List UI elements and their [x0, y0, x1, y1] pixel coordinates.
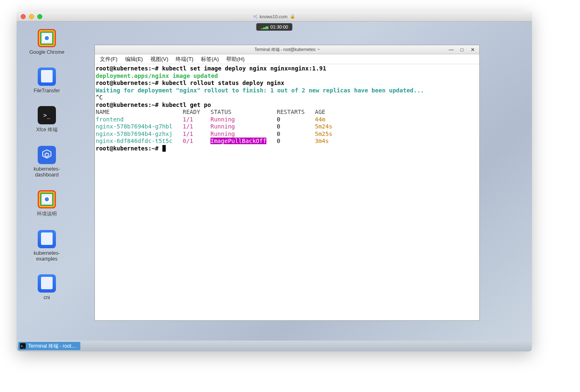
close-button[interactable] [21, 14, 26, 19]
url-text: knows10.com [260, 14, 288, 19]
desktop-icons: Google Chrome FileTransfer >_ Xfce 终端 ku… [24, 29, 70, 300]
k8s-icon [38, 146, 56, 164]
menu-terminal[interactable]: 终端(T) [172, 55, 197, 64]
lock-icon: 🔒 [290, 14, 295, 19]
timer-chip: ▁▃▅ 01:30:00 [256, 23, 292, 31]
menu-file[interactable]: 文件(F) [97, 55, 121, 64]
desktop-label: kubernetes-examples [24, 250, 70, 262]
desktop-item-cni[interactable]: cni [24, 274, 70, 300]
reader-icon: ≡¦ [254, 14, 257, 19]
desktop-item-xfce-terminal[interactable]: >_ Xfce 终端 [24, 106, 70, 133]
chrome-icon [38, 190, 56, 208]
maximize-button[interactable] [37, 14, 42, 19]
window-controls: — □ ✕ [446, 46, 478, 53]
signal-icon: ▁▃▅ [261, 25, 268, 29]
menu-edit[interactable]: 编辑(E) [122, 55, 146, 64]
desktop-item-env-readme[interactable]: 环境说明 [24, 190, 70, 218]
minimize-button[interactable] [29, 14, 34, 19]
timer-value: 01:30:00 [271, 24, 288, 29]
mac-titlebar: ≡¦ knows10.com 🔒 [17, 12, 532, 22]
browser-url-display[interactable]: ≡¦ knows10.com 🔒 [254, 14, 295, 19]
taskbar-item-terminal[interactable]: >_ Terminal 终端 - root… [18, 342, 80, 350]
desktop-item-k8s-dashboard[interactable]: kubernetes-dashboard [24, 146, 70, 178]
desktop-label: Xfce 终端 [36, 126, 57, 133]
close-icon[interactable]: ✕ [468, 46, 478, 53]
terminal-menubar: 文件(F) 编辑(E) 视图(V) 终端(T) 标签(A) 帮助(H) [95, 54, 479, 64]
desktop-item-chrome[interactable]: Google Chrome [24, 29, 70, 55]
folder-icon [38, 68, 56, 86]
desktop-label: 环境说明 [37, 211, 57, 218]
terminal-title: Terminal 终端 - root@kubernetes: ~ [254, 47, 320, 53]
folder-icon [38, 230, 56, 248]
menu-help[interactable]: 帮助(H) [223, 55, 248, 64]
desktop-label: Google Chrome [29, 49, 65, 55]
desktop-label: kubernetes-dashboard [24, 166, 70, 178]
terminal-window: Terminal 终端 - root@kubernetes: ~ — □ ✕ 文… [94, 45, 480, 321]
traffic-lights [21, 14, 42, 19]
desktop-label: cni [44, 295, 50, 300]
maximize-icon[interactable]: □ [457, 46, 467, 53]
terminal-icon: >_ [20, 343, 26, 349]
terminal-titlebar[interactable]: Terminal 终端 - root@kubernetes: ~ — □ ✕ [95, 45, 479, 54]
terminal-icon: >_ [38, 106, 56, 124]
folder-icon [38, 274, 56, 293]
menu-view[interactable]: 视图(V) [147, 55, 172, 64]
minimize-icon[interactable]: — [446, 46, 456, 53]
cursor [162, 145, 166, 152]
chrome-icon [38, 29, 56, 47]
taskbar: >_ Terminal 终端 - root… [17, 341, 532, 351]
taskbar-label: Terminal 终端 - root… [28, 343, 76, 350]
desktop-label: FileTransfer [34, 88, 60, 94]
terminal-body[interactable]: root@kubernetes:~# kubectl set image dep… [95, 64, 479, 153]
mac-window: ≡¦ knows10.com 🔒 ▁▃▅ 01:30:00 Google Chr… [17, 12, 532, 351]
desktop-item-k8s-examples[interactable]: kubernetes-examples [24, 230, 70, 262]
menu-tabs[interactable]: 标签(A) [198, 55, 222, 64]
desktop-item-filetransfer[interactable]: FileTransfer [24, 68, 70, 94]
